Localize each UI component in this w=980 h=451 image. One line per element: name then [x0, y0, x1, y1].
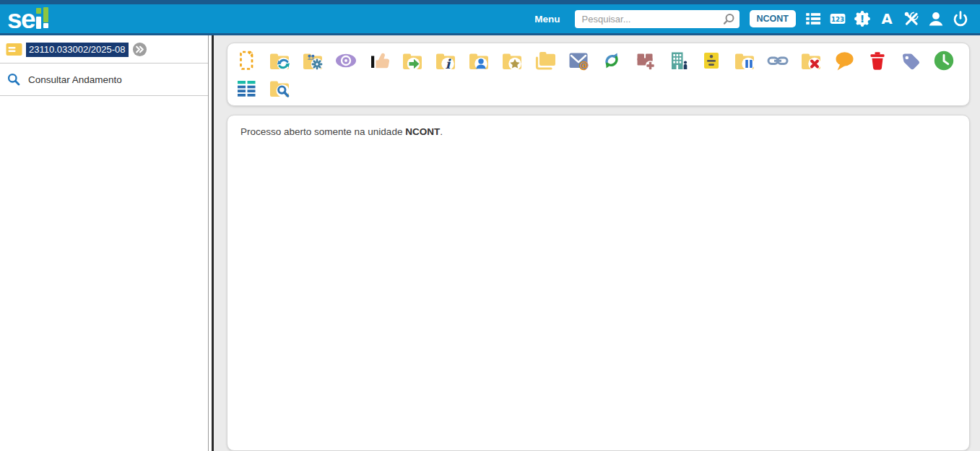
header-right-group: Menu NCONT 123!A	[534, 9, 970, 29]
close-process-icon	[799, 49, 823, 72]
toolbar-row-2	[235, 76, 962, 100]
add-document-button[interactable]	[235, 49, 258, 72]
user-profile-button[interactable]	[926, 9, 945, 29]
sidebar-divider	[0, 95, 208, 96]
add-to-block-icon	[633, 49, 656, 72]
acknowledge-icon	[368, 49, 391, 72]
search-submit-button[interactable]	[721, 12, 737, 27]
folder-refresh-button[interactable]	[268, 49, 291, 72]
header-icon-group: 123!A	[803, 9, 970, 29]
sidebar-splitter[interactable]	[208, 35, 214, 451]
view-process-button[interactable]	[334, 49, 357, 72]
comment-icon	[833, 49, 856, 72]
assign-process-button[interactable]	[467, 49, 490, 72]
duplicate-process-button[interactable]	[534, 49, 557, 72]
process-number-link[interactable]: 23110.033002/2025-08	[26, 43, 129, 57]
panel-list-button[interactable]	[803, 9, 823, 29]
comment-button[interactable]	[833, 49, 856, 72]
suspend-process-button[interactable]	[733, 49, 756, 72]
folder-refresh-icon	[268, 49, 291, 72]
update-andamento-icon	[600, 49, 623, 72]
update-andamento-button[interactable]	[600, 49, 623, 72]
status-message-unit: NCONT	[405, 126, 440, 137]
manage-access-button[interactable]	[301, 49, 324, 72]
deadline-clock-button[interactable]	[932, 49, 955, 72]
menu-link[interactable]: Menu	[534, 14, 560, 25]
process-tree-sidebar: 23110.033002/2025-08 Consultar Andamento	[0, 35, 208, 451]
annotation-button[interactable]	[700, 49, 723, 72]
process-tree-root-row: 23110.033002/2025-08	[0, 35, 208, 63]
status-message-suffix: .	[440, 126, 443, 137]
font-size-icon: A	[878, 10, 896, 27]
list-view-button[interactable]	[235, 76, 258, 100]
process-info-icon: i	[434, 49, 457, 72]
favorite-process-button[interactable]	[500, 49, 524, 72]
svg-text:A: A	[881, 11, 893, 27]
tag-process-button[interactable]	[899, 49, 922, 72]
body-row: 23110.033002/2025-08 Consultar Andamento…	[0, 35, 980, 451]
power-icon	[952, 10, 969, 27]
double-chevron-icon	[132, 42, 147, 57]
tools-icon	[903, 10, 920, 27]
organization-unit-icon	[667, 49, 690, 72]
panel-list-icon	[805, 10, 822, 27]
alert-badge-icon: !	[854, 10, 871, 27]
numbers-123-button[interactable]: 123	[828, 9, 847, 29]
logo-letter-i	[36, 6, 41, 31]
deadline-clock-icon	[932, 49, 955, 72]
font-size-button[interactable]: A	[877, 9, 896, 29]
expand-tree-button[interactable]	[132, 42, 147, 57]
search-in-process-button[interactable]	[268, 76, 291, 100]
search-box	[575, 10, 740, 28]
search-in-process-icon	[268, 76, 291, 100]
suspend-process-icon	[733, 49, 756, 72]
sidebar-item-consultar-andamento[interactable]: Consultar Andamento	[0, 64, 208, 95]
main-panel: i@ Processo aberto somente na unidade NC…	[214, 35, 980, 451]
list-view-icon	[235, 76, 258, 100]
manage-access-icon	[301, 49, 324, 72]
sei-logo[interactable]: se	[7, 5, 48, 31]
numbers-123-icon: 123	[829, 10, 846, 27]
assign-process-icon	[467, 49, 490, 72]
power-button[interactable]	[950, 9, 970, 29]
svg-text:@: @	[578, 59, 589, 71]
tag-process-icon	[899, 49, 922, 72]
favorite-process-icon	[500, 49, 524, 72]
send-email-icon: @	[567, 49, 590, 72]
delete-process-icon	[866, 49, 889, 72]
search-icon	[721, 12, 737, 27]
consultar-andamento-label: Consultar Andamento	[28, 74, 122, 85]
view-process-icon	[334, 49, 357, 72]
close-process-button[interactable]	[799, 49, 823, 72]
magnifier-icon	[7, 73, 20, 86]
link-process-icon	[766, 49, 789, 72]
annotation-icon	[700, 49, 723, 72]
send-process-button[interactable]	[401, 49, 424, 72]
svg-text:!: !	[859, 13, 864, 25]
process-content-area: Processo aberto somente na unidade NCONT…	[227, 115, 970, 451]
user-profile-icon	[927, 10, 945, 27]
header: se Menu NCONT 123!A	[0, 4, 980, 35]
duplicate-process-icon	[534, 49, 557, 72]
alert-badge-button[interactable]: !	[852, 9, 872, 29]
acknowledge-button[interactable]	[368, 49, 391, 72]
send-process-icon	[401, 49, 424, 72]
send-email-button[interactable]: @	[567, 49, 590, 72]
svg-text:123: 123	[831, 16, 844, 23]
link-process-button[interactable]	[766, 49, 789, 72]
status-message-prefix: Processo aberto somente na unidade	[240, 126, 405, 137]
add-to-block-button[interactable]	[633, 49, 656, 72]
process-info-button[interactable]: i	[434, 49, 457, 72]
search-input[interactable]	[575, 10, 740, 28]
logo-green-dot	[36, 8, 41, 14]
process-status-message: Processo aberto somente na unidade NCONT…	[240, 126, 956, 137]
add-document-icon	[235, 49, 258, 72]
delete-process-button[interactable]	[866, 49, 889, 72]
process-folder-icon	[6, 43, 22, 56]
logo-text: se	[7, 7, 35, 31]
toolbar-row-1: i@	[235, 49, 962, 72]
current-unit-button[interactable]: NCONT	[750, 10, 796, 27]
organization-unit-button[interactable]	[667, 49, 690, 72]
tools-button[interactable]	[901, 9, 921, 29]
logo-exclamation	[43, 6, 48, 31]
